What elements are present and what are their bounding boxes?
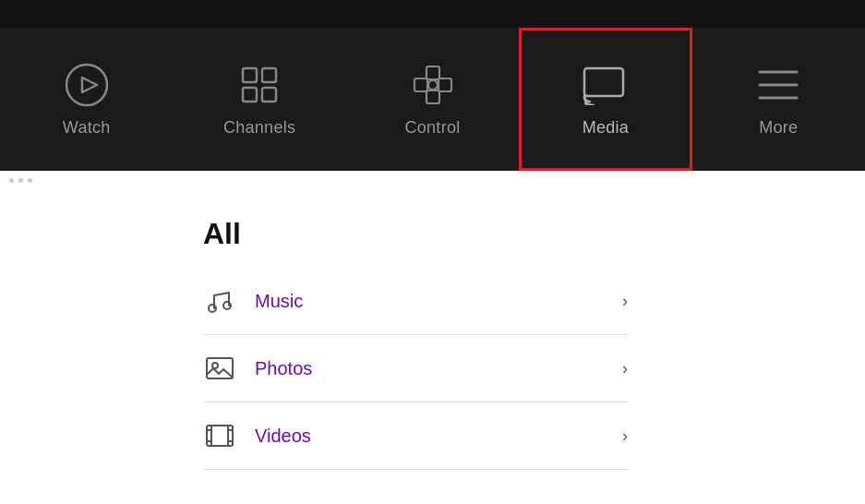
content-area: All Music › Photos bbox=[0, 189, 865, 504]
nav-item-media[interactable]: Media bbox=[519, 28, 691, 171]
svg-rect-9 bbox=[439, 78, 451, 91]
media-item-videos[interactable]: Videos › bbox=[203, 402, 628, 470]
svg-rect-2 bbox=[243, 68, 257, 82]
svg-marker-1 bbox=[82, 78, 97, 92]
music-label: Music bbox=[255, 291, 622, 312]
control-icon bbox=[409, 61, 457, 109]
videos-chevron: › bbox=[622, 426, 628, 446]
videos-label: Videos bbox=[255, 426, 622, 447]
nav-bar: Watch Channels Control bbox=[0, 28, 865, 171]
dot-2 bbox=[18, 178, 23, 183]
svg-point-10 bbox=[428, 80, 438, 90]
more-label: More bbox=[759, 118, 798, 138]
svg-rect-11 bbox=[584, 68, 623, 96]
nav-item-channels[interactable]: Channels bbox=[173, 28, 345, 171]
svg-rect-8 bbox=[414, 78, 427, 91]
videos-icon bbox=[203, 419, 236, 452]
dot-3 bbox=[28, 178, 32, 183]
media-item-photos[interactable]: Photos › bbox=[203, 335, 628, 402]
nav-item-control[interactable]: Control bbox=[346, 28, 519, 171]
music-chevron: › bbox=[622, 292, 628, 311]
section-title: All bbox=[203, 217, 865, 251]
media-label: Media bbox=[583, 118, 630, 138]
svg-rect-18 bbox=[207, 358, 233, 378]
photos-chevron: › bbox=[622, 359, 628, 378]
dot-1 bbox=[9, 178, 14, 183]
channels-icon bbox=[235, 61, 283, 109]
media-icon bbox=[582, 61, 630, 109]
nav-item-watch[interactable]: Watch bbox=[0, 28, 173, 171]
more-icon bbox=[754, 61, 802, 109]
music-icon bbox=[203, 284, 236, 318]
svg-point-0 bbox=[66, 65, 107, 105]
control-label: Control bbox=[404, 118, 460, 138]
svg-rect-3 bbox=[262, 68, 276, 82]
svg-point-12 bbox=[584, 102, 588, 105]
svg-rect-7 bbox=[426, 90, 439, 103]
media-item-music[interactable]: Music › bbox=[203, 268, 628, 335]
channels-label: Channels bbox=[223, 118, 295, 138]
svg-rect-6 bbox=[426, 66, 439, 79]
dots-area bbox=[0, 171, 865, 189]
nav-item-more[interactable]: More bbox=[692, 28, 865, 171]
svg-rect-4 bbox=[243, 88, 257, 102]
svg-rect-5 bbox=[262, 88, 276, 102]
top-bar bbox=[0, 0, 865, 28]
watch-label: Watch bbox=[63, 118, 111, 138]
media-list: Music › Photos › bbox=[203, 268, 628, 470]
photos-icon bbox=[203, 352, 236, 385]
photos-label: Photos bbox=[255, 358, 622, 379]
watch-icon bbox=[63, 61, 111, 109]
